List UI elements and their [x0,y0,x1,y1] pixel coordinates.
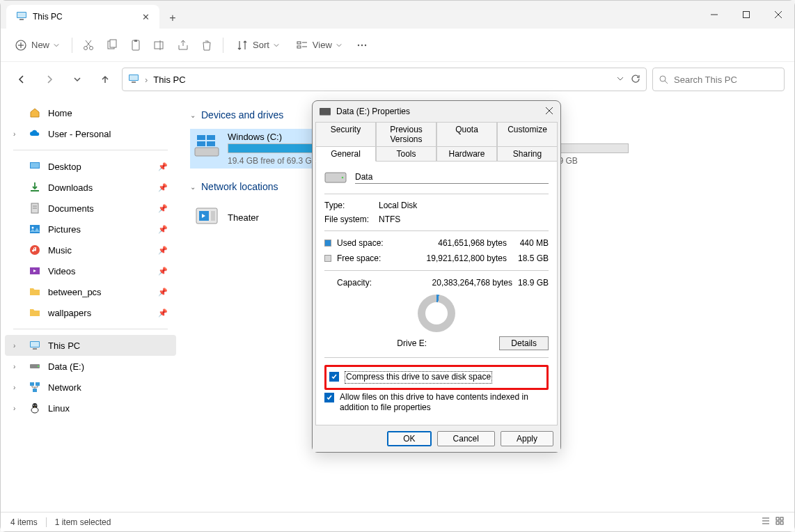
compress-checkbox[interactable] [329,372,339,382]
svg-point-50 [31,407,38,413]
close-icon[interactable]: ✕ [142,12,150,22]
tab-security[interactable]: Security [315,122,376,147]
linux-icon [29,402,41,414]
chevron-down-icon[interactable] [615,74,625,86]
status-items: 4 items [10,517,38,527]
index-checkbox[interactable] [324,393,334,402]
svg-point-10 [84,46,88,49]
sidebar-item-thispc[interactable]: ›This PC [5,335,176,356]
new-button[interactable]: New [8,35,66,56]
svg-rect-2 [19,19,24,20]
sidebar-item-data-e[interactable]: ›Data (E:) [5,356,176,377]
drive-icon [324,169,347,185]
media-device-icon [193,203,221,231]
free-size: 18.5 GB [512,253,549,263]
tab-tools[interactable]: Tools [376,146,436,162]
back-button[interactable] [10,68,33,91]
view-details-icon[interactable] [761,516,771,528]
videos-icon [29,265,41,277]
search-placeholder: Search This PC [674,75,737,85]
sidebar-item-downloads[interactable]: ›Downloads📌 [5,177,176,198]
rename-icon[interactable] [149,35,170,56]
ok-button[interactable]: OK [387,431,431,446]
up-button[interactable] [94,68,116,91]
cut-icon[interactable] [78,35,99,56]
svg-rect-68 [776,522,779,524]
music-icon [29,244,41,256]
tab-quota[interactable]: Quota [436,122,497,147]
sidebar-item-music[interactable]: ›Music📌 [5,240,176,260]
svg-rect-18 [155,42,163,49]
minimize-button[interactable] [698,1,730,29]
sidebar-item-network[interactable]: ›Network [5,377,176,398]
svg-point-38 [32,227,34,229]
drive-icon [29,360,41,373]
pc-icon [16,10,27,24]
copy-icon[interactable] [102,35,123,56]
forward-button[interactable] [38,68,61,91]
sidebar-item-linux[interactable]: ›Linux [5,398,176,418]
compress-label: Compress this drive to save disk space [345,371,492,384]
svg-rect-66 [776,517,779,520]
svg-rect-4 [743,12,750,18]
svg-rect-42 [31,342,39,347]
sidebar-item-folder2[interactable]: ›wallpapers📌 [5,302,176,323]
sidebar-item-user[interactable]: ›User - Personal [5,123,176,144]
dialog-titlebar: Data (E:) Properties [313,101,560,122]
capacity-size: 18.9 GB [512,278,549,288]
close-button[interactable] [762,1,794,29]
status-selected: 1 item selected [55,517,111,527]
cancel-button[interactable]: Cancel [437,431,495,446]
usage-pie-icon [418,295,455,332]
details-button[interactable]: Details [499,336,549,350]
maximize-button[interactable] [730,1,762,29]
paste-icon[interactable] [125,35,146,56]
desktop-icon [29,160,41,173]
used-bytes: 461,651,968 bytes [397,238,507,248]
svg-rect-54 [197,135,205,140]
refresh-icon[interactable] [631,74,640,86]
delete-icon[interactable] [196,35,217,56]
svg-point-25 [361,44,363,45]
used-label: Used space: [337,238,391,248]
drive-name-input[interactable] [355,171,549,184]
address-bar[interactable]: › This PC [122,68,647,91]
sidebar-item-folder1[interactable]: ›between_pcs📌 [5,281,176,302]
capacity-bytes: 20,383,264,768 bytes [391,278,512,288]
search-icon [659,75,668,84]
sidebar-item-home[interactable]: ›Home [5,102,176,123]
tab-general[interactable]: General [315,146,376,162]
cloud-icon [29,127,41,140]
pc-icon [29,339,41,352]
svg-point-73 [342,177,344,179]
dialog-buttons: OK Cancel Apply [313,425,560,452]
share-icon[interactable] [173,35,194,56]
sidebar-item-videos[interactable]: ›Videos📌 [5,260,176,281]
svg-rect-16 [132,40,139,50]
view-tiles-icon[interactable] [775,516,785,528]
home-icon [29,107,41,119]
tab-this-pc[interactable]: This PC ✕ [6,5,159,29]
tab-sharing[interactable]: Sharing [497,146,558,162]
view-button[interactable]: View [289,35,349,56]
close-icon[interactable] [545,107,553,117]
new-tab-button[interactable]: + [162,8,183,29]
search-input[interactable]: Search This PC [652,68,785,91]
tab-customize[interactable]: Customize [497,122,558,147]
chevron-right-icon: › [145,75,148,85]
sort-button[interactable]: Sort [229,35,286,56]
tab-previous-versions[interactable]: Previous Versions [376,122,436,147]
breadcrumb[interactable]: This PC [153,75,185,85]
svg-rect-46 [30,382,34,386]
svg-rect-29 [132,81,136,83]
sidebar-item-documents[interactable]: ›Documents📌 [5,198,176,219]
recent-button[interactable] [66,68,88,91]
sidebar-item-pictures[interactable]: ›Pictures📌 [5,219,176,240]
more-icon[interactable] [352,35,372,56]
tab-hardware[interactable]: Hardware [436,146,497,162]
svg-rect-43 [33,348,37,350]
sidebar-item-desktop[interactable]: ›Desktop📌 [5,156,176,177]
apply-button[interactable]: Apply [501,431,553,446]
pin-icon: 📌 [158,267,168,276]
svg-line-31 [665,81,668,84]
